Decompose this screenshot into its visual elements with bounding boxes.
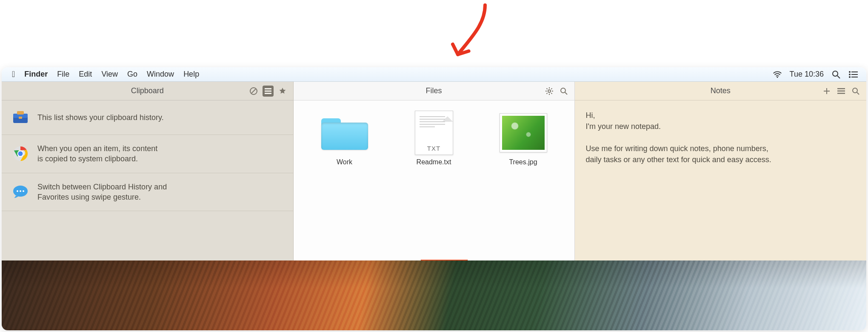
- messages-icon: [12, 183, 29, 200]
- file-item-folder[interactable]: Work: [315, 112, 374, 166]
- svg-rect-38: [837, 88, 845, 89]
- clipboard-item-text: This list shows your clipboard history.: [37, 112, 164, 123]
- svg-point-5: [849, 74, 851, 75]
- svg-rect-6: [851, 74, 858, 75]
- svg-line-30: [546, 88, 547, 89]
- menu-file[interactable]: File: [57, 70, 69, 79]
- menubar-clock[interactable]: Tue 10:36: [790, 70, 824, 79]
- clipboard-item-text: When you open an item, its content is co…: [37, 143, 157, 164]
- txt-file-icon: TXT: [415, 111, 453, 155]
- svg-point-24: [23, 190, 24, 192]
- file-item-txt[interactable]: TXT Readme.txt: [404, 112, 464, 166]
- svg-point-20: [18, 152, 23, 156]
- files-header: Files: [294, 82, 574, 100]
- search-icon[interactable]: [850, 86, 861, 97]
- notes-title: Notes: [711, 86, 731, 95]
- svg-line-35: [565, 92, 567, 94]
- file-item-image[interactable]: Trees.jpg: [494, 112, 553, 166]
- svg-rect-12: [265, 90, 271, 92]
- file-label: Trees.jpg: [509, 158, 537, 166]
- file-ext-label: TXT: [415, 145, 453, 152]
- wifi-icon[interactable]: [773, 70, 782, 79]
- clear-icon[interactable]: [248, 86, 259, 97]
- add-icon[interactable]: [821, 86, 832, 97]
- menu-help[interactable]: Help: [183, 70, 199, 79]
- clipboard-header: Clipboard: [2, 82, 293, 100]
- svg-rect-11: [265, 88, 271, 89]
- svg-rect-4: [851, 72, 858, 72]
- menubar-app-name[interactable]: Finder: [24, 70, 48, 79]
- apple-menu-icon[interactable]: : [12, 69, 15, 79]
- svg-rect-17: [19, 117, 22, 119]
- svg-line-31: [551, 93, 552, 94]
- svg-line-2: [837, 76, 840, 78]
- spotlight-icon[interactable]: [831, 70, 841, 79]
- files-pane: Files Work: [294, 82, 575, 260]
- desktop-wallpaper: [2, 260, 866, 330]
- svg-point-0: [777, 76, 778, 77]
- notes-pane: Notes Hi, I'm your new notepad. Use m: [575, 82, 867, 260]
- svg-rect-16: [17, 111, 24, 114]
- clipboard-item[interactable]: This list shows your clipboard history.: [2, 100, 293, 135]
- svg-point-3: [849, 71, 851, 73]
- notes-body[interactable]: Hi, I'm your new notepad. Use me for wri…: [575, 100, 867, 175]
- svg-point-1: [833, 71, 838, 76]
- menubar:  Finder File Edit View Go Window Help T…: [2, 67, 866, 82]
- notes-header: Notes: [575, 82, 867, 100]
- clipboard-item-text: Switch between Clipboard History and Fav…: [37, 182, 167, 203]
- menu-window[interactable]: Window: [147, 70, 174, 79]
- svg-line-10: [251, 89, 256, 93]
- svg-point-23: [20, 190, 21, 192]
- annotation-arrow: [425, 0, 511, 68]
- svg-rect-39: [837, 90, 845, 92]
- list-view-icon[interactable]: [263, 86, 274, 97]
- chrome-icon: [12, 145, 29, 162]
- svg-point-22: [17, 190, 18, 192]
- files-title: Files: [425, 86, 442, 95]
- file-label: Readme.txt: [417, 158, 451, 166]
- case-icon: [12, 109, 29, 126]
- svg-point-41: [853, 88, 857, 93]
- gear-icon[interactable]: [544, 86, 555, 97]
- svg-point-34: [561, 88, 565, 93]
- clipboard-pane: Clipboard: [2, 82, 294, 260]
- star-icon[interactable]: [277, 86, 288, 97]
- desktop-window:  Finder File Edit View Go Window Help T…: [2, 67, 866, 330]
- menu-go[interactable]: Go: [127, 70, 137, 79]
- lines-icon[interactable]: [836, 86, 847, 97]
- svg-line-33: [546, 93, 547, 94]
- clipboard-title: Clipboard: [131, 86, 164, 95]
- svg-point-7: [849, 76, 851, 78]
- menu-view[interactable]: View: [101, 70, 118, 79]
- folder-icon: [321, 116, 368, 150]
- svg-rect-40: [837, 93, 845, 94]
- menu-list-icon[interactable]: [848, 70, 858, 79]
- svg-line-42: [857, 92, 859, 94]
- svg-point-25: [548, 90, 551, 92]
- file-label: Work: [337, 158, 352, 166]
- search-icon[interactable]: [558, 86, 569, 97]
- svg-rect-8: [851, 77, 858, 77]
- clipboard-item[interactable]: When you open an item, its content is co…: [2, 135, 293, 173]
- clipboard-item[interactable]: Switch between Clipboard History and Fav…: [2, 173, 293, 212]
- image-thumb-icon: [500, 113, 547, 152]
- svg-line-32: [551, 88, 552, 89]
- menu-edit[interactable]: Edit: [79, 70, 92, 79]
- svg-rect-13: [265, 93, 271, 94]
